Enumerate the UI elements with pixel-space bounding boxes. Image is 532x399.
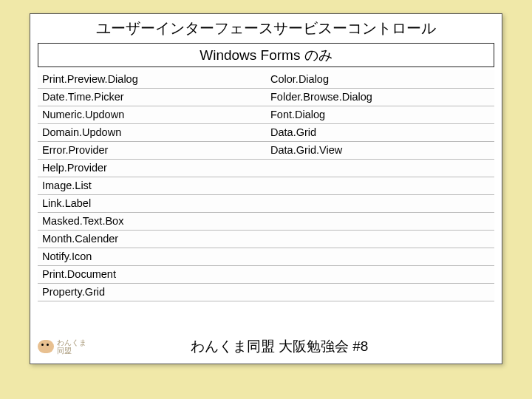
- subtitle: Windows Forms のみ: [38, 43, 494, 67]
- controls-table: Print.Preview.DialogColor.DialogDate.Tim…: [38, 70, 494, 301]
- cell-right: [266, 230, 494, 248]
- cell-right: Data.Grid.View: [266, 141, 494, 159]
- table-row: Print.Preview.DialogColor.Dialog: [38, 70, 494, 88]
- cell-left: Link.Label: [38, 194, 266, 212]
- organizer-logo: わんくま 同盟: [38, 338, 86, 355]
- table-row: Domain.UpdownData.Grid: [38, 123, 494, 141]
- table-row: Masked.Text.Box: [38, 212, 494, 230]
- cell-left: Print.Document: [38, 265, 266, 283]
- controls-table-wrap: Print.Preview.DialogColor.DialogDate.Tim…: [38, 70, 494, 301]
- cell-left: Date.Time.Picker: [38, 88, 266, 106]
- cell-right: [266, 177, 494, 194]
- cell-right: [266, 283, 494, 301]
- table-row: Print.Document: [38, 265, 494, 283]
- cell-right: Folder.Browse.Dialog: [266, 88, 494, 106]
- cell-left: Property.Grid: [38, 283, 266, 301]
- cell-right: [266, 194, 494, 212]
- controls-table-body: Print.Preview.DialogColor.DialogDate.Tim…: [38, 70, 494, 301]
- table-row: Month.Calender: [38, 230, 494, 248]
- footer: わんくま 同盟 わんくま同盟 大阪勉強会 #8: [30, 334, 502, 359]
- page-title: ユーザーインターフェースサービスーコントロール: [30, 14, 502, 41]
- cell-left: Domain.Updown: [38, 123, 266, 141]
- slide: ユーザーインターフェースサービスーコントロール Windows Forms のみ…: [30, 13, 502, 364]
- table-row: Notify.Icon: [38, 248, 494, 265]
- cell-left: Print.Preview.Dialog: [38, 70, 266, 88]
- cell-right: Font.Dialog: [266, 106, 494, 123]
- bear-icon: [38, 340, 54, 353]
- logo-line-2: 同盟: [57, 347, 86, 355]
- cell-left: Error.Provider: [38, 141, 266, 159]
- cell-left: Help.Provider: [38, 159, 266, 177]
- table-row: Help.Provider: [38, 159, 494, 177]
- footer-title: わんくま同盟 大阪勉強会 #8: [86, 337, 502, 356]
- table-row: Image.List: [38, 177, 494, 194]
- table-row: Numeric.UpdownFont.Dialog: [38, 106, 494, 123]
- cell-right: [266, 248, 494, 265]
- cell-left: Image.List: [38, 177, 266, 194]
- cell-right: Data.Grid: [266, 123, 494, 141]
- cell-right: [266, 159, 494, 177]
- table-row: Error.ProviderData.Grid.View: [38, 141, 494, 159]
- cell-left: Numeric.Updown: [38, 106, 266, 123]
- cell-right: [266, 212, 494, 230]
- logo-line-1: わんくま: [57, 338, 86, 347]
- table-row: Link.Label: [38, 194, 494, 212]
- organizer-logo-text: わんくま 同盟: [57, 338, 86, 355]
- table-row: Property.Grid: [38, 283, 494, 301]
- cell-right: [266, 265, 494, 283]
- cell-left: Month.Calender: [38, 230, 266, 248]
- cell-left: Notify.Icon: [38, 248, 266, 265]
- cell-right: Color.Dialog: [266, 70, 494, 88]
- cell-left: Masked.Text.Box: [38, 212, 266, 230]
- table-row: Date.Time.PickerFolder.Browse.Dialog: [38, 88, 494, 106]
